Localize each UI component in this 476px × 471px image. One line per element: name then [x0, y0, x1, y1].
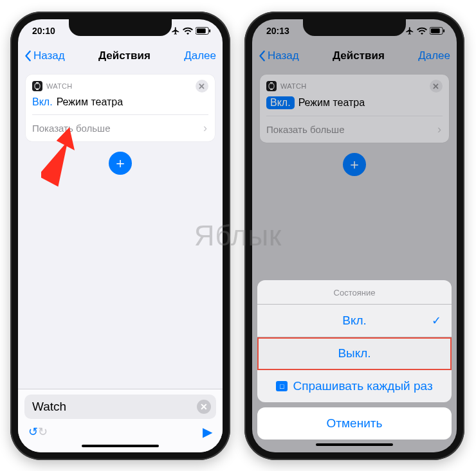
undo-button[interactable]: ↺	[28, 425, 38, 439]
card-app-label: WATCH	[46, 82, 73, 90]
status-icons	[171, 26, 211, 35]
wifi-icon	[183, 27, 193, 35]
back-label: Назад	[33, 49, 65, 62]
home-indicator[interactable]	[82, 445, 159, 447]
action-card: WATCH ✕ Вкл. Режим театра Показать больш…	[26, 75, 215, 141]
back-button[interactable]: Назад	[24, 49, 65, 62]
chevron-right-icon: ›	[203, 121, 207, 135]
battery-icon	[196, 27, 211, 35]
search-field[interactable]: Watch ✕	[24, 395, 216, 419]
sheet-option-ask[interactable]: □ Спрашивать каждый раз	[257, 370, 452, 402]
sheet-option-on[interactable]: Вкл. ✓	[257, 305, 452, 337]
nav-title: Действия	[98, 49, 151, 62]
status-time: 20:10	[32, 26, 55, 36]
svg-rect-1	[197, 28, 206, 33]
screen-left: 20:10 Назад Действия Далее	[18, 19, 223, 452]
toggle-token[interactable]: Вкл.	[32, 96, 53, 108]
svg-rect-5	[36, 89, 39, 91]
svg-rect-2	[209, 30, 210, 33]
show-more-label: Показать больше	[32, 123, 110, 134]
sheet-option-off-label: Выкл.	[338, 346, 371, 360]
ask-icon: □	[276, 381, 288, 391]
run-button[interactable]: ▶	[203, 424, 212, 440]
phone-right: 20:13 Назад Действия Далее	[244, 12, 464, 460]
toolbar: ↺ ↻ ▶	[24, 419, 216, 441]
phone-left: 20:10 Назад Действия Далее	[10, 12, 230, 460]
clear-search-button[interactable]: ✕	[197, 400, 211, 414]
sheet-cancel-label: Отменить	[327, 416, 383, 430]
bottom-panel: Watch ✕ ↺ ↻ ▶	[18, 389, 223, 452]
sheet-option-on-label: Вкл.	[342, 314, 367, 328]
sheet-title: Состояние	[257, 280, 452, 305]
watch-app-icon	[32, 81, 42, 91]
sheet-options-group: Состояние Вкл. ✓ Выкл. □ Спрашивать кажд…	[257, 280, 452, 402]
chevron-left-icon	[24, 50, 32, 62]
home-indicator[interactable]	[316, 443, 393, 446]
sheet-cancel-button[interactable]: Отменить	[257, 407, 452, 440]
next-button[interactable]: Далее	[184, 49, 216, 62]
add-action-button[interactable]: ＋	[109, 152, 132, 175]
svg-rect-4	[36, 82, 39, 84]
search-value: Watch	[32, 400, 66, 414]
remove-action-button[interactable]: ✕	[196, 80, 208, 93]
svg-rect-3	[35, 84, 40, 89]
notch	[69, 19, 172, 36]
show-more-row[interactable]: Показать больше ›	[32, 114, 208, 141]
notch	[303, 19, 406, 36]
mode-label[interactable]: Режим театра	[57, 96, 124, 108]
nav-bar: Назад Действия Далее	[18, 42, 223, 69]
redo-button[interactable]: ↻	[38, 425, 48, 439]
airplane-icon	[171, 26, 180, 35]
action-sheet: Состояние Вкл. ✓ Выкл. □ Спрашивать кажд…	[257, 280, 452, 447]
sheet-option-off[interactable]: Выкл.	[257, 337, 452, 370]
sheet-option-ask-label: Спрашивать каждый раз	[293, 379, 432, 393]
screen-right: 20:13 Назад Действия Далее	[252, 19, 457, 452]
checkmark-icon: ✓	[432, 314, 441, 328]
